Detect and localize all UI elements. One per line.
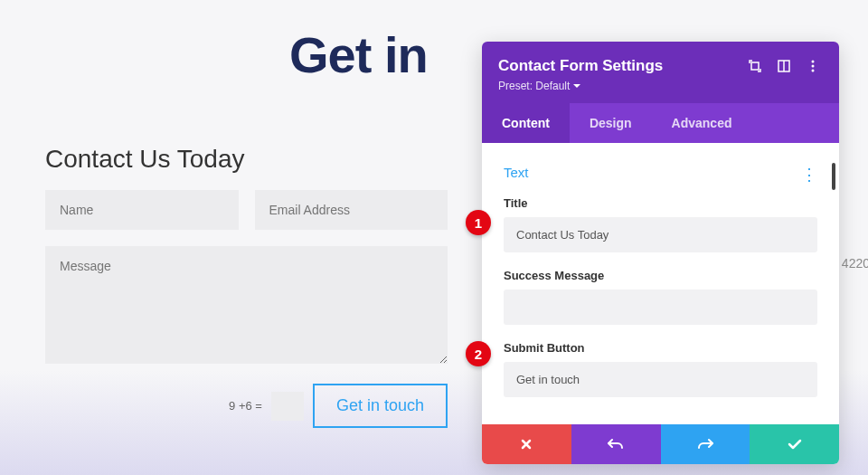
check-icon (788, 439, 802, 450)
more-icon[interactable] (803, 56, 823, 76)
section-options-icon[interactable]: ⋮ (801, 165, 816, 185)
field-label-success: Success Message (504, 269, 817, 282)
annotation-badge-2: 2 (466, 341, 491, 366)
submit-button[interactable]: Get in touch (313, 384, 448, 428)
email-input[interactable] (255, 190, 448, 230)
tab-content[interactable]: Content (482, 103, 570, 143)
tab-design[interactable]: Design (570, 103, 652, 143)
cancel-button[interactable] (482, 424, 571, 464)
svg-rect-0 (751, 62, 759, 70)
page-hero-title: Get in (289, 25, 428, 84)
chevron-down-icon (573, 84, 580, 89)
panel-title: Contact Form Settings (498, 57, 736, 75)
panel-header: Contact Form Settings Preset: Default (482, 42, 839, 103)
svg-point-3 (812, 61, 815, 63)
panel-footer (482, 424, 839, 464)
confirm-button[interactable] (750, 424, 839, 464)
name-input[interactable] (45, 190, 239, 230)
contact-form-heading: Contact Us Today (45, 145, 448, 174)
contact-form: Contact Us Today 9 +6 = Get in touch (45, 145, 448, 428)
close-icon (520, 438, 533, 451)
field-label-submit: Submit Button (504, 341, 817, 355)
svg-point-4 (812, 65, 815, 68)
undo-button[interactable] (571, 424, 661, 464)
panel-tabs: Content Design Advanced (482, 103, 839, 143)
captcha-label: 9 +6 = (229, 399, 262, 413)
field-label-title: Title (504, 196, 817, 210)
tab-advanced[interactable]: Advanced (652, 103, 752, 143)
submit-setting-input[interactable] (504, 362, 817, 397)
svg-point-5 (812, 70, 815, 72)
captcha-input[interactable] (271, 392, 304, 421)
settings-panel: Contact Form Settings Preset: Default Co… (482, 42, 839, 464)
title-setting-input[interactable] (504, 217, 817, 252)
panel-body: Text ⋮ Title Success Message Submit Butt… (482, 143, 839, 424)
edge-number: 4220 (842, 256, 868, 271)
redo-icon (697, 438, 713, 451)
preset-dropdown[interactable]: Preset: Default (498, 80, 823, 92)
success-setting-input[interactable] (504, 290, 817, 325)
undo-icon (608, 438, 624, 451)
scrollbar[interactable] (832, 163, 835, 190)
message-textarea[interactable] (45, 246, 448, 364)
redo-button[interactable] (661, 424, 750, 464)
expand-icon[interactable] (745, 56, 765, 76)
preset-label: Preset: Default (498, 80, 570, 92)
annotation-badge-1: 1 (466, 210, 491, 235)
layout-icon[interactable] (774, 56, 794, 76)
section-label-text: Text (504, 165, 817, 180)
